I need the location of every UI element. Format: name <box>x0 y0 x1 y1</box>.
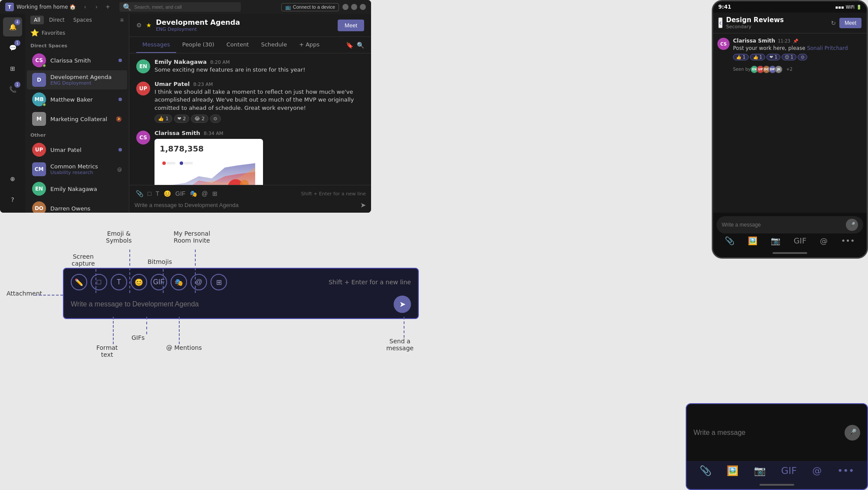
sidebar-item-matthew[interactable]: MB Matthew Baker <box>27 90 127 109</box>
annotation-send: Send amessage <box>386 338 414 352</box>
sidebar-item-clarissa[interactable]: CS Clarissa Smith <box>27 51 127 70</box>
annotation-emoji: Emoji &Symbols <box>106 230 132 244</box>
zoomed-edit-button[interactable]: ✏️ <box>71 274 87 290</box>
tab-schedule[interactable]: Schedule <box>255 37 293 53</box>
tab-all[interactable]: All <box>30 16 44 24</box>
phone2-gif-button[interactable]: GIF <box>781 465 797 476</box>
compose-more-button[interactable]: ⊞ <box>211 189 219 198</box>
phone2-camera-button[interactable]: 📷 <box>754 465 766 476</box>
phone-reaction-4[interactable]: 😊 1 <box>782 54 796 60</box>
phone-camera-button[interactable]: 📷 <box>771 236 780 245</box>
compose-send-button[interactable]: ➤ <box>360 201 366 209</box>
phone2-mention-button[interactable]: @ <box>812 465 822 476</box>
sidebar-item-emily[interactable]: EN Emily Nakagawa <box>27 179 127 198</box>
rail-item-teams[interactable]: ⊞ <box>3 59 22 78</box>
tab-messages[interactable]: Messages <box>136 37 176 53</box>
compose-gif-button[interactable]: GIF <box>174 189 187 198</box>
favorites-row[interactable]: ⭐ Favorites <box>25 26 129 39</box>
filter-button[interactable]: ≡ <box>120 16 124 23</box>
compose-input[interactable] <box>135 202 357 208</box>
messages-area: EN Emily Nakagawa 8:20 AM Some exciting … <box>129 53 371 185</box>
meet-button[interactable]: Meet <box>338 20 364 31</box>
phone2-more-button[interactable]: ••• <box>837 465 854 476</box>
phone-meet-button[interactable]: Meet <box>839 18 861 28</box>
nav-back-button[interactable]: ‹ <box>80 2 90 12</box>
phone-reaction-2[interactable]: 👍 1 <box>750 54 766 60</box>
tab-direct[interactable]: Direct <box>46 16 68 24</box>
avatar-emily: EN <box>32 182 46 196</box>
line-format-text <box>113 317 114 344</box>
phone-gallery-button[interactable]: 🖼️ <box>748 236 757 245</box>
phone-back-button[interactable]: ‹ <box>718 17 723 28</box>
zoomed-sticker-button[interactable]: 🎭 <box>171 274 187 290</box>
chart-number: 1,878,358 <box>160 144 258 153</box>
zoomed-emoji-button[interactable]: 😊 <box>131 274 147 290</box>
sidebar-item-darren[interactable]: DO Darren Owens <box>27 199 127 213</box>
nav-forward-button[interactable]: › <box>92 2 101 12</box>
phone2-attach-button[interactable]: 📎 <box>700 465 711 476</box>
rail-item-help[interactable]: ? <box>3 190 22 209</box>
zoomed-screen-button[interactable]: □ <box>91 274 107 290</box>
phone-mic-button[interactable]: 🎤 <box>846 219 858 231</box>
reaction-heart[interactable]: ❤️ 2 <box>174 115 190 123</box>
zoomed-gif-button[interactable]: GIF <box>151 274 167 290</box>
phone-reaction-3[interactable]: ❤️ 1 <box>766 54 780 60</box>
phone2-gallery-button[interactable]: 🖼️ <box>727 465 738 476</box>
zoomed-send-button[interactable]: ➤ <box>394 296 411 313</box>
rail-item-calls[interactable]: 📞 1 <box>3 80 22 99</box>
zoomed-format-button[interactable]: T <box>111 274 127 290</box>
sidebar-item-umar[interactable]: UP Umar Patel <box>27 140 127 159</box>
channel-sub: ENG Deployment <box>156 26 240 32</box>
rail-item-chat[interactable]: 💬 1 <box>3 38 22 57</box>
tab-spaces[interactable]: Spaces <box>70 16 95 24</box>
phone-compose-input[interactable] <box>722 222 843 228</box>
tab-apps[interactable]: + Apps <box>293 37 326 53</box>
tab-content[interactable]: Content <box>220 37 255 53</box>
minimize-button[interactable] <box>342 4 349 10</box>
reaction-more[interactable]: ⊙ <box>210 115 221 123</box>
svg-rect-3 <box>167 162 175 164</box>
zoomed-mention-button[interactable]: @ <box>191 274 207 290</box>
phone-attach-button[interactable]: 📎 <box>725 236 734 245</box>
rail-item-activity[interactable]: 🔔 4 <box>3 17 22 36</box>
zoomed-more-button[interactable]: ⊞ <box>210 274 227 290</box>
compose-sticker-button[interactable]: 🎭 <box>188 189 198 198</box>
phone-gif-button[interactable]: GIF <box>794 236 807 245</box>
sidebar-item-dev-agenda[interactable]: D Development Agenda ENG Deployment <box>27 70 127 89</box>
reaction-thumbs[interactable]: 👍 1 <box>155 115 172 123</box>
sidebar-item-common[interactable]: CM Common Metrics Usability research @ <box>27 160 127 179</box>
close-button[interactable] <box>360 4 366 10</box>
connect-device-button[interactable]: 📺 Connect to a device <box>281 3 339 11</box>
compose-emoji-button[interactable]: 😊 <box>162 189 172 198</box>
search-bar[interactable]: 🔍 <box>119 2 241 12</box>
phone-refresh-icon[interactable]: ↻ <box>831 20 836 26</box>
maximize-button[interactable] <box>351 4 357 10</box>
search-tool-button[interactable]: 🔍 <box>357 42 364 49</box>
compose-format-button[interactable]: T <box>154 189 161 198</box>
umar-message-body: Umar Patel 8:23 AM I think we should all… <box>155 81 364 123</box>
new-chat-button[interactable]: + <box>103 2 112 12</box>
compose-attach-button[interactable]: 📎 <box>135 189 145 198</box>
compose-mention-button[interactable]: @ <box>200 189 209 198</box>
phone-more-tools-button[interactable]: ••• <box>841 236 855 245</box>
marketing-name: Marketing Collateral <box>50 116 112 122</box>
avatar-umar: UP <box>32 143 46 157</box>
phone-reaction-1[interactable]: 👍 1 <box>733 54 749 60</box>
zoomed-compose-input[interactable] <box>71 300 389 308</box>
compose-screen-button[interactable]: □ <box>146 189 152 198</box>
phone2-compose-input[interactable] <box>694 429 840 437</box>
reaction-laugh[interactable]: 😂 2 <box>191 115 208 123</box>
rail-item-apps[interactable]: ⊕ <box>3 169 22 188</box>
phone-mention-button[interactable]: @ <box>820 236 828 245</box>
search-input[interactable] <box>134 4 237 10</box>
tab-people[interactable]: People (30) <box>176 37 220 53</box>
bookmark-tool-button[interactable]: 🔖 <box>346 42 353 49</box>
phone2-mic-button[interactable]: 🎤 <box>845 425 860 441</box>
phone-reactions: 👍 1 👍 1 ❤️ 1 😊 1 ⊙ <box>733 54 862 60</box>
sidebar-item-marketing[interactable]: M Marketing Collateral 🔕 <box>27 109 127 128</box>
compose-input-row: ➤ <box>135 201 366 209</box>
star-channel-icon[interactable]: ★ <box>146 22 152 29</box>
phone-reaction-5[interactable]: ⊙ <box>798 54 807 60</box>
sidebar: All Direct Spaces ≡ ⭐ Favorites Direct S… <box>25 14 129 213</box>
settings-icon[interactable]: ⚙ <box>136 22 142 29</box>
